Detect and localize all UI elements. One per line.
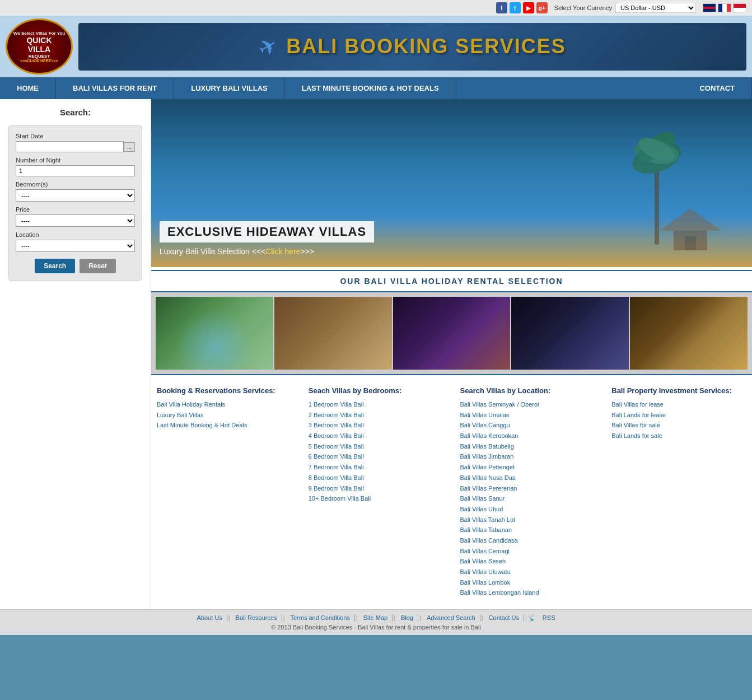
footer-link-lands-sale[interactable]: Bali Lands for sale	[611, 431, 746, 441]
footer-link-2bed[interactable]: 2 Bedroom Villa Bali	[309, 410, 443, 421]
bedroom-select[interactable]: ---- 123 456 78910+	[16, 189, 135, 202]
footer-col-location: Search Villas by Location: Bali Villas S…	[460, 386, 595, 598]
location-group: Location ---- SeminyakOberoiUmalas Cangg…	[16, 231, 135, 252]
flag-english[interactable]	[703, 3, 716, 12]
hero-subtitle-before: Luxury Bali Villa Selection <<<	[160, 247, 265, 256]
villa-thumb-2[interactable]	[274, 297, 392, 370]
nav-luxury[interactable]: LUXURY BALI VILLAS	[174, 77, 285, 99]
footer-link-lastminute[interactable]: Last Minute Booking & Hot Deals	[157, 420, 292, 431]
footer-link-1bed[interactable]: 1 Bedroom Villa Bali	[309, 399, 443, 410]
footer-link-seseh[interactable]: Bali Villas Seseh	[460, 556, 595, 567]
footer-link-canggu[interactable]: Bali Villas Canggu	[460, 420, 595, 431]
bottom-link-contactus[interactable]: Contact Us	[484, 614, 524, 622]
footer-col-bedrooms: Seach Villas by Bedrooms: 1 Bedroom Vill…	[309, 386, 443, 598]
flag-french[interactable]	[718, 3, 731, 12]
villa-thumb-4[interactable]	[511, 297, 629, 370]
twitter-icon[interactable]: t	[510, 2, 521, 13]
footer-link-tabanan[interactable]: Bali Villas Tabanan	[460, 525, 595, 535]
search-button[interactable]: Search	[35, 259, 75, 273]
nav-lastminute[interactable]: LAST MINUTE BOOKING & HOT DEALS	[285, 77, 456, 99]
nav-rent[interactable]: BALI VILLAS FOR RENT	[56, 77, 174, 99]
night-input[interactable]	[16, 165, 135, 176]
bottom-link-rss[interactable]: RSS	[538, 614, 560, 622]
bottom-link-about[interactable]: About Us	[193, 614, 227, 622]
footer-link-villas-lease[interactable]: Bali Villas for lease	[611, 399, 746, 410]
hero-click-link[interactable]: Click here	[265, 247, 300, 256]
footer-link-10bed[interactable]: 10+ Bedroom Villa Bali	[309, 493, 443, 504]
footer-link-9bed[interactable]: 9 Bedroom Villa Bali	[309, 483, 443, 494]
footer-link-uluwatu[interactable]: Bali Villas Uluwatu	[460, 567, 595, 577]
footer-link-pettenget[interactable]: Bali Villas Pettenget	[460, 462, 595, 473]
villa-thumb-1[interactable]	[156, 297, 273, 370]
footer-link-7bed[interactable]: 7 Bedroom Villa Bali	[309, 462, 443, 473]
footer-link-villas-sale[interactable]: Bali Villas for sale	[611, 420, 746, 431]
main-nav: HOME BALI VILLAS FOR RENT LUXURY BALI VI…	[0, 77, 752, 99]
villa-grid	[151, 292, 752, 374]
youtube-icon[interactable]: ▶	[523, 2, 534, 13]
footer-link-pererenan[interactable]: Bali Villas Pererenan	[460, 483, 595, 494]
footer-link-3bed[interactable]: 3 Bedroom Villa Bali	[309, 420, 443, 431]
footer-link-jimbaran[interactable]: Bali Villas Jimbaran	[460, 451, 595, 462]
footer-link-lands-lease[interactable]: Bali Lands for lease	[611, 410, 746, 421]
bedroom-group: Bedroom(s) ---- 123 456 78910+	[16, 181, 135, 202]
logo-villa: VILLA	[28, 45, 50, 54]
googleplus-icon[interactable]: g+	[536, 2, 548, 13]
footer-col-bedrooms-title: Seach Villas by Bedrooms:	[309, 386, 443, 395]
bottom-link-advanced[interactable]: Advanced Search	[422, 614, 480, 622]
footer-link-6bed[interactable]: 6 Bedroom Villa Bali	[309, 451, 443, 462]
hero-area: EXCLUSIVE HIDEAWAY VILLAS Luxury Bali Vi…	[151, 99, 752, 609]
social-icons: f t ▶ g+	[496, 2, 548, 13]
logo-click: <<<CLICK HERE>>>	[20, 59, 58, 63]
villa-thumb-3[interactable]	[393, 297, 511, 370]
bottom-link-terms[interactable]: Terms and Conditions	[286, 614, 354, 622]
nav-contact[interactable]: CONTACT	[683, 77, 752, 99]
search-btn-group: Search Reset	[16, 259, 135, 273]
bottom-link-blog[interactable]: Blog	[396, 614, 418, 622]
footer-link-ubud[interactable]: Bali Villas Ubud	[460, 504, 595, 515]
currency-select[interactable]: US Dollar - USD Euro - EUR British Pound…	[615, 3, 696, 13]
footer-link-tanahlot[interactable]: Bali Villas Tanah Lot	[460, 515, 595, 525]
footer-link-nusadua[interactable]: Bali Villas Nusa Dua	[460, 473, 595, 483]
villa-thumb-5[interactable]	[630, 297, 748, 370]
footer-link-sanur[interactable]: Bali Villas Sanur	[460, 493, 595, 504]
logo-quick: QUICK	[26, 36, 52, 45]
footer-col-property: Bali Property Investment Services: Bali …	[611, 386, 746, 598]
copyright-text: © 2013 Bali Booking Services - Bali Vill…	[4, 624, 748, 631]
location-select[interactable]: ---- SeminyakOberoiUmalas CangguKeroboka…	[16, 240, 135, 252]
footer-link-holiday[interactable]: Bali Villa Holiday Rentals	[157, 399, 292, 410]
flag-indonesian[interactable]	[733, 3, 746, 12]
villa-section-title-bar: OUR BALI VILLA HOLIDAY RENTAL SELECTION	[151, 270, 752, 292]
bottom-link-resources[interactable]: Bali Resources	[231, 614, 282, 622]
search-sidebar: Search: Start Date ... Number of Night B…	[0, 99, 151, 609]
price-select[interactable]: ---- Under $100$100-$200 $200-$500$500-$…	[16, 214, 135, 227]
footer-link-5bed[interactable]: 5 Bedroom Villa Bali	[309, 441, 443, 452]
top-bar: f t ▶ g+ Select Your Currency US Dollar …	[0, 0, 752, 16]
footer-link-cemagi[interactable]: Bali Villas Cemagi	[460, 546, 595, 557]
footer-link-seminyak[interactable]: Bali Villas Seminyak / Oberoi	[460, 399, 595, 410]
footer-link-batubelig[interactable]: Bali Villas Batubelig	[460, 441, 595, 452]
footer-link-luxury[interactable]: Luxury Bali Villas	[157, 410, 292, 421]
currency-label: Select Your Currency	[554, 4, 612, 11]
nav-home[interactable]: HOME	[0, 77, 56, 99]
footer-link-umalas[interactable]: Bali Villas Umalas	[460, 410, 595, 421]
price-group: Price ---- Under $100$100-$200 $200-$500…	[16, 206, 135, 227]
footer-link-8bed[interactable]: 8 Bedroom Villa Bali	[309, 473, 443, 483]
bottom-links: About Us | Bali Resources | Terms and Co…	[4, 614, 748, 622]
footer-link-lembongan[interactable]: Bali Villas Lembongan Island	[460, 587, 595, 598]
logo-circle[interactable]: We Select Villas For You QUICK VILLA REQ…	[6, 18, 73, 74]
banner-title: BALI BOOKING SERVICES	[286, 35, 566, 58]
bottom-link-sitemap[interactable]: Site Map	[359, 614, 393, 622]
footer-link-kerobokan[interactable]: Bali Villas Kerobokan	[460, 431, 595, 441]
footer-link-4bed[interactable]: 4 Bedroom Villa Bali	[309, 431, 443, 441]
hero-banner: EXCLUSIVE HIDEAWAY VILLAS Luxury Bali Vi…	[151, 99, 752, 267]
language-flags	[703, 3, 746, 12]
search-form: Start Date ... Number of Night Bedroom(s…	[8, 125, 142, 281]
start-date-input[interactable]	[16, 141, 124, 152]
footer-links: Booking & Reservations Services: Bali Vi…	[151, 374, 752, 609]
footer-link-candidasa[interactable]: Bali Villas Candidasa	[460, 535, 595, 546]
reset-button[interactable]: Reset	[80, 259, 116, 273]
footer-link-lombok[interactable]: Bali Villas Lombok	[460, 577, 595, 588]
site-banner[interactable]: ✈ BALI BOOKING SERVICES	[78, 23, 746, 71]
calendar-button[interactable]: ...	[124, 142, 135, 152]
facebook-icon[interactable]: f	[496, 2, 507, 13]
